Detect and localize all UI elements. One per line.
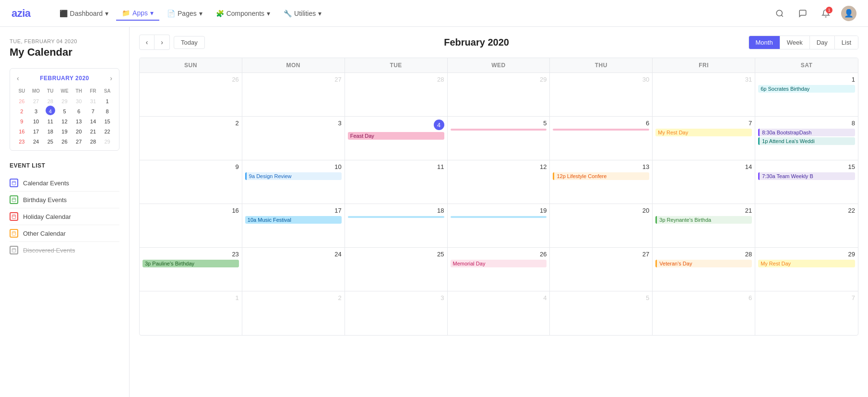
cal-event[interactable]: Memorial Day <box>451 260 547 267</box>
mini-cal-day[interactable]: 22 <box>103 126 112 135</box>
cal-event[interactable]: Feast Day <box>348 132 444 140</box>
mini-cal-prev[interactable]: ‹ <box>15 73 21 83</box>
mini-cal-day[interactable]: 17 <box>31 126 41 135</box>
cal-day-cell[interactable]: 109a Design Review <box>242 160 345 204</box>
cal-event[interactable]: 8:30a BootstrapDash <box>758 129 855 136</box>
nav-item-pages[interactable]: 📄 Pages ▾ <box>161 7 208 20</box>
event-list-item[interactable]: Discovered Events <box>10 242 119 258</box>
nav-item-dashboard[interactable]: ⬛ Dashboard ▾ <box>54 7 115 20</box>
mini-cal-day[interactable]: 28 <box>88 136 98 145</box>
cal-event[interactable]: 12p Lifestyle Confere <box>553 172 649 180</box>
cal-day-cell[interactable]: 3 <box>345 291 448 335</box>
cal-day-cell[interactable]: 19 <box>448 204 550 247</box>
cal-next-btn[interactable]: › <box>155 35 170 50</box>
cal-view-month[interactable]: Month <box>749 36 780 49</box>
mini-cal-day[interactable]: 30 <box>74 96 83 105</box>
cal-day-cell[interactable]: 25 <box>345 248 448 291</box>
cal-event[interactable] <box>348 216 444 218</box>
cal-day-cell[interactable]: 26 <box>140 73 242 116</box>
cal-day-cell[interactable]: 157:30a Team Weekly B <box>755 160 858 204</box>
mini-cal-day[interactable]: 31 <box>88 96 98 105</box>
mini-cal-day[interactable]: 5 <box>59 106 69 115</box>
mini-cal-day[interactable]: 12 <box>59 116 69 125</box>
cal-day-cell[interactable]: 3 <box>242 117 345 160</box>
cal-day-cell[interactable]: 20 <box>550 204 653 247</box>
user-avatar[interactable]: 👤 <box>841 6 856 21</box>
cal-day-cell[interactable]: 16p Socrates Birthday <box>755 73 858 116</box>
mini-cal-day[interactable]: 29 <box>103 136 112 145</box>
mini-cal-day[interactable]: 28 <box>46 96 55 105</box>
search-button[interactable] <box>772 6 787 21</box>
cal-day-cell[interactable]: 29 <box>448 73 550 116</box>
nav-item-utilities[interactable]: 🔧 Utilities ▾ <box>278 7 327 20</box>
cal-today-btn[interactable]: Today <box>174 36 205 49</box>
mini-cal-day[interactable]: 4 <box>46 106 55 115</box>
cal-day-cell[interactable]: 27 <box>550 248 653 291</box>
mini-cal-day[interactable]: 24 <box>31 136 41 145</box>
cal-event[interactable] <box>451 216 547 218</box>
mini-cal-day[interactable]: 15 <box>103 116 112 125</box>
mini-cal-day[interactable]: 6 <box>74 106 83 115</box>
mini-cal-day[interactable]: 3 <box>31 106 41 115</box>
cal-day-cell[interactable]: 6 <box>653 291 755 335</box>
cal-day-cell[interactable]: 213p Reynante's Birthda <box>653 204 755 247</box>
cal-day-cell[interactable]: 9 <box>140 160 242 204</box>
mini-cal-day[interactable]: 18 <box>46 126 55 135</box>
mini-cal-day[interactable]: 26 <box>59 136 69 145</box>
mini-cal-day[interactable]: 29 <box>59 96 69 105</box>
cal-day-cell[interactable]: 88:30a BootstrapDash1p Attend Lea's Wedd… <box>755 117 858 160</box>
nav-item-apps[interactable]: 📁 Apps ▾ <box>116 6 159 21</box>
cal-day-cell[interactable]: 29My Rest Day <box>755 248 858 291</box>
notification-button[interactable]: 1 <box>818 6 833 21</box>
cal-day-cell[interactable]: 2 <box>140 117 242 160</box>
cal-day-cell[interactable]: 18 <box>345 204 448 247</box>
cal-day-cell[interactable]: 28 <box>345 73 448 116</box>
event-list-item[interactable]: Holiday Calendar <box>10 208 119 225</box>
cal-day-cell[interactable]: 26Memorial Day <box>448 248 550 291</box>
mini-cal-day[interactable]: 25 <box>46 136 55 145</box>
cal-day-cell[interactable]: 27 <box>242 73 345 116</box>
cal-event[interactable]: 3p Reynante's Birthda <box>655 216 752 224</box>
cal-event[interactable]: 6p Socrates Birthday <box>758 85 855 93</box>
mini-cal-day[interactable]: 16 <box>17 126 26 135</box>
mini-cal-day[interactable]: 11 <box>46 116 55 125</box>
cal-day-cell[interactable]: 24 <box>242 248 345 291</box>
cal-day-cell[interactable]: 4Feast Day <box>345 117 448 160</box>
logo[interactable]: azia <box>12 7 31 20</box>
cal-event[interactable] <box>553 129 649 131</box>
cal-view-list[interactable]: List <box>835 36 858 49</box>
cal-day-cell[interactable]: 1710a Music Festival <box>242 204 345 247</box>
cal-day-cell[interactable]: 1 <box>140 291 242 335</box>
cal-prev-btn[interactable]: ‹ <box>139 35 155 50</box>
mini-cal-day[interactable]: 23 <box>17 136 26 145</box>
cal-day-cell[interactable]: 28Veteran's Day <box>653 248 755 291</box>
cal-event[interactable]: 10a Music Festival <box>245 216 342 224</box>
mini-cal-day[interactable]: 7 <box>88 106 98 115</box>
mini-cal-day[interactable]: 9 <box>17 116 26 125</box>
cal-day-cell[interactable]: 14 <box>653 160 755 204</box>
mini-cal-day[interactable]: 1 <box>103 96 112 105</box>
cal-day-cell[interactable]: 233p Pauline's Birthday <box>140 248 242 291</box>
mini-cal-day[interactable]: 19 <box>59 126 69 135</box>
cal-day-cell[interactable]: 5 <box>550 291 653 335</box>
cal-day-cell[interactable]: 4 <box>448 291 550 335</box>
mini-cal-next[interactable]: › <box>108 73 114 83</box>
cal-event[interactable] <box>451 129 547 131</box>
cal-day-cell[interactable]: 30 <box>550 73 653 116</box>
cal-day-cell[interactable]: 31 <box>653 73 755 116</box>
cal-view-day[interactable]: Day <box>810 36 835 49</box>
cal-event[interactable]: 1p Attend Lea's Weddi <box>758 137 855 145</box>
cal-day-cell[interactable]: 11 <box>345 160 448 204</box>
cal-event[interactable]: 3p Pauline's Birthday <box>143 260 239 267</box>
cal-day-cell[interactable]: 12 <box>448 160 550 204</box>
event-list-item[interactable]: Calendar Events <box>10 175 119 192</box>
mini-cal-day[interactable]: 13 <box>74 116 83 125</box>
mini-cal-day[interactable]: 8 <box>103 106 112 115</box>
cal-event[interactable]: My Rest Day <box>655 129 752 136</box>
mini-cal-day[interactable]: 27 <box>31 96 41 105</box>
chat-button[interactable] <box>795 6 810 21</box>
mini-cal-day[interactable]: 20 <box>74 126 83 135</box>
cal-day-cell[interactable]: 7My Rest Day <box>653 117 755 160</box>
nav-item-components[interactable]: 🧩 Components ▾ <box>210 7 276 20</box>
cal-event[interactable]: My Rest Day <box>758 260 855 267</box>
